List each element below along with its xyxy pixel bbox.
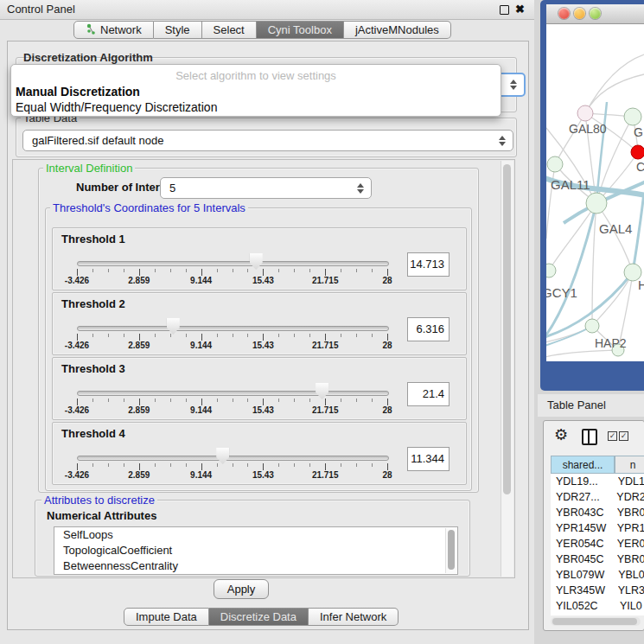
attributes-group-title: Attributes to discretize	[41, 494, 157, 507]
table-cell: YBR0	[617, 553, 644, 565]
tick-mark	[309, 334, 310, 337]
attributes-scrollbar-thumb[interactable]	[448, 530, 455, 570]
tab-style[interactable]: Style	[154, 21, 202, 39]
network-node-HAP2[interactable]	[585, 319, 599, 333]
tick-mark	[278, 334, 279, 337]
tab-label: Cyni Toolbox	[268, 23, 332, 36]
viewport-scrollbar[interactable]	[501, 161, 513, 577]
network-node-node-top-right[interactable]	[624, 108, 641, 125]
numerical-attributes-label: Numerical Attributes	[47, 509, 156, 522]
tick-mark	[247, 399, 248, 402]
checkbox-icon[interactable]: ✓	[608, 431, 617, 441]
interval-definition-title: Interval Definition	[43, 162, 135, 175]
tick-mark	[325, 399, 326, 405]
dropdown-placeholder: Select algorithm to view settings	[11, 69, 501, 82]
table-cell: YIL0	[620, 600, 642, 612]
number-of-intervals-combobox[interactable]: 5	[160, 177, 372, 199]
control-panel: Control Panel ✖ NetworkStyleSelectCyni T…	[0, 0, 534, 644]
tick-mark	[372, 269, 373, 272]
checkbox-icon[interactable]: ✓	[619, 431, 628, 441]
tick-mark	[186, 399, 187, 402]
table-row[interactable]: YER054CYER0	[551, 536, 644, 552]
network-canvas[interactable]: GAL80GCGAL11GAL4GCY1HHAP2	[546, 24, 644, 361]
network-node-GCY1[interactable]	[546, 264, 556, 277]
table-cell: YIL052C	[551, 600, 620, 612]
tick-mark	[217, 399, 218, 402]
network-view-window: GAL80GCGAL11GAL4GCY1HHAP2	[540, 0, 644, 391]
threshold-slider-track[interactable]	[77, 456, 389, 461]
table-row[interactable]: YPR145WYPR1	[551, 520, 644, 536]
table-header-row: shared...n	[551, 456, 644, 474]
threshold-slider-track[interactable]	[77, 261, 389, 266]
apply-button[interactable]: Apply	[214, 579, 269, 599]
threshold-value-field[interactable]: 21.4	[407, 382, 450, 406]
threshold-slider-track[interactable]	[77, 391, 389, 396]
numerical-attributes-list[interactable]: SelfLoopsTopologicalCoefficientBetweenne…	[54, 526, 458, 575]
threshold-value-field[interactable]: 6.316	[407, 317, 450, 341]
table-hscrollbar-thumb[interactable]	[552, 618, 637, 625]
network-node-GAL4[interactable]	[586, 193, 607, 214]
close-icon[interactable]: ✖	[515, 0, 525, 19]
tab-jactivemnodules[interactable]: jActiveMNodules	[344, 21, 451, 39]
tab-label: jActiveMNodules	[355, 23, 439, 36]
viewport-scrollbar-thumb[interactable]	[503, 164, 511, 494]
network-node-label: GAL4	[599, 221, 632, 236]
attribute-list-item[interactable]: BetweennessCentrality	[54, 558, 457, 574]
gear-icon[interactable]: ⚙	[554, 425, 568, 444]
attribute-list-item[interactable]: SelfLoops	[54, 527, 457, 543]
table-cell: YPR1	[617, 522, 644, 534]
tick-label: 9.144	[190, 276, 212, 285]
threshold-slider-thumb[interactable]	[167, 318, 180, 335]
tab-network[interactable]: Network	[73, 21, 154, 39]
tick-mark	[233, 334, 233, 337]
threshold-slider-thumb[interactable]	[216, 448, 229, 464]
network-window-titlebar[interactable]	[546, 4, 644, 24]
tick-mark	[201, 269, 202, 276]
table-row[interactable]: YLR345WYLR3	[551, 583, 644, 598]
columns-icon[interactable]	[582, 429, 597, 445]
threshold-slider-thumb[interactable]	[250, 253, 263, 270]
dropdown-option[interactable]: Manual Discretization	[16, 85, 140, 99]
tick-mark	[170, 399, 171, 402]
table-data-combobox[interactable]: galFiltered.sif default node	[22, 130, 513, 151]
tick-mark	[170, 269, 171, 272]
dropdown-option[interactable]: Equal Width/Frequency Discretization	[16, 100, 217, 114]
table-row[interactable]: YBR043CYBR0	[551, 505, 644, 520]
tick-mark	[263, 399, 264, 405]
table-row[interactable]: YDL19...YDL1	[551, 474, 644, 489]
threshold-slider-thumb[interactable]	[316, 383, 328, 399]
tab-discretize-data[interactable]: Discretize Data	[209, 608, 309, 626]
network-node-GAL80[interactable]	[577, 105, 593, 121]
attribute-list-item[interactable]: TopologicalCoefficient	[54, 543, 457, 558]
algorithm-group-title: Discretization Algorithm	[21, 51, 156, 64]
table-horizontal-scrollbar[interactable]	[551, 617, 641, 626]
minimize-traffic-light-icon[interactable]	[574, 8, 585, 19]
table-row[interactable]: YBR045CYBR0	[551, 552, 644, 567]
table-row[interactable]: YDR27...YDR2	[551, 489, 644, 505]
table-row[interactable]: YIL052CYIL0	[551, 598, 644, 614]
table-cell: YDL19...	[551, 475, 618, 488]
network-node-GAL11[interactable]	[547, 156, 563, 172]
tab-impute-data[interactable]: Impute Data	[124, 608, 209, 626]
tick-mark	[108, 463, 109, 467]
tab-infer-network[interactable]: Infer Network	[309, 608, 399, 626]
threshold-value-field[interactable]: 11.344	[407, 447, 450, 471]
threshold-slider-track[interactable]	[77, 326, 389, 331]
tick-mark	[186, 463, 187, 467]
network-node-node-red[interactable]	[631, 145, 644, 159]
tick-mark	[278, 463, 279, 467]
table-column-header[interactable]: n	[615, 456, 644, 474]
table-row[interactable]: YBL079WYBL0	[551, 567, 644, 583]
tab-select[interactable]: Select	[202, 21, 257, 39]
zoom-traffic-light-icon[interactable]	[590, 8, 601, 19]
table-cell: YDR27...	[551, 491, 616, 503]
threshold-label: Threshold 3	[61, 362, 125, 375]
close-traffic-light-icon[interactable]	[558, 8, 570, 19]
table-panel-title: Table Panel	[547, 394, 606, 417]
tab-cyni-toolbox[interactable]: Cyni Toolbox	[257, 21, 344, 39]
tick-label: -3.426	[65, 405, 89, 415]
threshold-value-field[interactable]: 14.713	[407, 252, 450, 277]
attributes-scrollbar[interactable]	[445, 528, 456, 573]
float-window-icon[interactable]	[500, 5, 509, 15]
table-column-header[interactable]: shared...	[551, 456, 615, 474]
